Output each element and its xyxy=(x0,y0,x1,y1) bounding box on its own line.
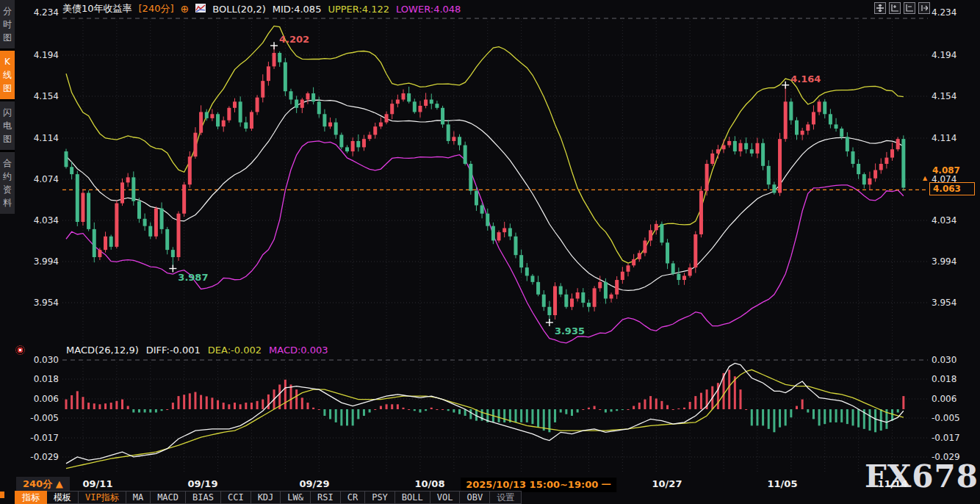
axis-label: -0.017 xyxy=(18,433,59,443)
axis-label: 4.114 xyxy=(18,133,59,143)
tab-设置[interactable]: 设置 xyxy=(490,491,522,504)
date-label: 09/29 xyxy=(300,478,330,489)
tab-BOLL[interactable]: BOLL xyxy=(395,491,430,504)
indicator-tabbar: 指标模板VIP指标MAMACDBIASCCIKDJLW&RSICRPSYBOLL… xyxy=(15,491,522,504)
tab-LW&[interactable]: LW& xyxy=(281,491,311,504)
date-label: 09/11 xyxy=(83,478,113,489)
tab-VIP指标[interactable]: VIP指标 xyxy=(79,491,126,504)
interval-label: [240分] xyxy=(139,2,174,15)
date-label: 11/14 xyxy=(878,478,908,489)
mini-chart-icon xyxy=(195,4,206,15)
extreme-annotation: 3.987 xyxy=(178,272,208,283)
sidebar-item-0[interactable]: 分时图 xyxy=(0,0,15,48)
crosshair-date-label: 2025/10/13 15:00~19:00 一 xyxy=(461,478,616,492)
sidebar-item-2[interactable]: 闪电图 xyxy=(0,101,15,150)
axis-label: 4.074 xyxy=(932,174,973,184)
chart-header: 美债10年收益率 [240分] ⊕ BOLL(20,2) MID:4.085 U… xyxy=(62,2,461,15)
axis-label: 0.030 xyxy=(932,355,973,365)
macd-indicator-label: MACD(26,12,9) xyxy=(66,345,139,356)
axis-label: 4.074 xyxy=(18,174,59,184)
tab-CCI[interactable]: CCI xyxy=(221,491,251,504)
corner-accent xyxy=(0,492,4,498)
date-label: 09/19 xyxy=(188,478,218,489)
tab-BIAS[interactable]: BIAS xyxy=(186,491,221,504)
macd-dea-value: DEA:-0.002 xyxy=(208,345,262,356)
axis-label: 4.154 xyxy=(932,91,973,101)
axis-label: 0.030 xyxy=(18,355,59,365)
chart-type-sidebar: 分时图K线图闪电图合约资料 xyxy=(0,0,15,198)
axis-label: 4.194 xyxy=(932,50,973,60)
tab-KDJ[interactable]: KDJ xyxy=(251,491,281,504)
axis-label: 4.234 xyxy=(18,7,59,18)
axis-label: -0.029 xyxy=(18,452,59,462)
axis-label: -0.029 xyxy=(932,452,973,462)
move-crosshair-icon[interactable] xyxy=(874,2,886,14)
price-chart[interactable]: 3.9874.2023.9354.164 xyxy=(0,0,980,504)
chart-toolbar xyxy=(874,2,930,14)
axis-label: 4.034 xyxy=(18,215,59,226)
axis-label: 0.006 xyxy=(932,394,973,404)
tab-MACD[interactable]: MACD xyxy=(151,491,186,504)
axis-label: -0.005 xyxy=(18,413,59,423)
boll-lower-value: LOWER:4.048 xyxy=(396,4,461,15)
macd-header: MACD(26,12,9) DIFF:-0.001 DEA:-0.002 MAC… xyxy=(66,345,328,356)
axis-label: 0.006 xyxy=(18,394,59,404)
extreme-annotation: 3.935 xyxy=(555,325,585,336)
axis-label: -0.017 xyxy=(932,433,973,443)
axis-label: 3.954 xyxy=(932,298,973,308)
interval-selector[interactable]: 240分 ▲ xyxy=(16,477,70,491)
sidebar-item-1[interactable]: K线图 xyxy=(0,51,15,99)
tab-MA[interactable]: MA xyxy=(126,491,151,504)
tab-RSI[interactable]: RSI xyxy=(311,491,341,504)
macd-settings-icon[interactable] xyxy=(15,345,25,355)
boll-mid-value: MID:4.085 xyxy=(273,4,322,15)
axis-label: 3.954 xyxy=(18,298,59,308)
sidebar-item-3[interactable]: 合约资料 xyxy=(0,152,15,214)
axis-zoom-in-icon[interactable] xyxy=(889,2,901,14)
axis-label: 4.154 xyxy=(18,91,59,101)
tab-CR[interactable]: CR xyxy=(341,491,365,504)
tab-模板[interactable]: 模板 xyxy=(47,491,79,504)
symbol-title: 美债10年收益率 xyxy=(62,2,132,15)
extreme-annotation: 4.164 xyxy=(790,73,821,84)
macd-macd-value: MACD:0.003 xyxy=(269,345,328,356)
tab-PSY[interactable]: PSY xyxy=(365,491,395,504)
date-label: 10/27 xyxy=(652,478,682,489)
tab-OBV[interactable]: OBV xyxy=(460,491,490,504)
date-label: 11/05 xyxy=(768,478,798,489)
boll-upper-value: UPPER:4.122 xyxy=(328,4,389,15)
axis-label: 0.018 xyxy=(932,374,973,384)
axis-label: 0.018 xyxy=(18,374,59,384)
tab-指标[interactable]: 指标 xyxy=(15,491,47,504)
axis-label: -0.005 xyxy=(932,413,973,423)
boll-indicator-label: BOLL(20,2) xyxy=(212,4,266,15)
axis-label: 4.034 xyxy=(932,215,973,226)
axis-label: 3.994 xyxy=(18,256,59,267)
tab-VOL[interactable]: VOL xyxy=(430,491,461,504)
axis-label: 4.114 xyxy=(932,133,973,143)
price-marker-icon: ▲ xyxy=(923,176,927,181)
macd-diff-value: DIFF:-0.001 xyxy=(146,345,201,356)
extreme-annotation: 4.202 xyxy=(279,34,309,45)
axis-label: 4.234 xyxy=(932,7,973,18)
add-indicator-icon[interactable]: ⊕ xyxy=(181,4,190,14)
date-label: 10/08 xyxy=(415,478,445,489)
axis-zoom-out-icon[interactable] xyxy=(904,2,915,14)
axis-label: 3.994 xyxy=(932,256,973,267)
axis-label: 4.194 xyxy=(18,50,59,60)
exit-fullscreen-icon[interactable] xyxy=(918,2,930,14)
